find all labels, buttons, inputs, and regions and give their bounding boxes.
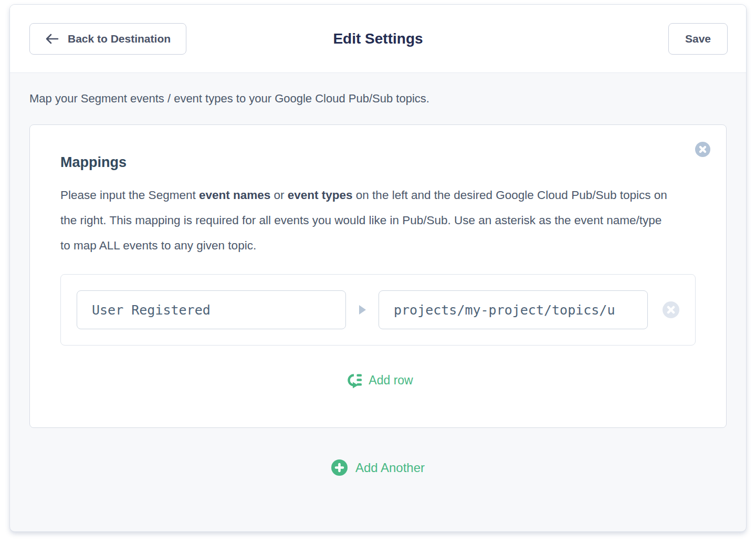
back-button[interactable]: Back to Destination xyxy=(29,23,186,55)
header: Back to Destination Edit Settings Save xyxy=(10,5,746,73)
close-icon xyxy=(663,301,679,318)
desc-bold: event types xyxy=(288,189,353,202)
card-title: Mappings xyxy=(60,154,696,171)
desc-part: Please input the Segment xyxy=(60,189,199,202)
card-description: Please input the Segment event names or … xyxy=(60,183,675,258)
desc-bold: event names xyxy=(199,189,270,202)
save-button[interactable]: Save xyxy=(668,23,728,55)
settings-body: Map your Segment events / event types to… xyxy=(10,73,746,531)
add-row-label: Add row xyxy=(369,373,413,388)
topic-input[interactable] xyxy=(379,290,648,329)
event-name-input[interactable] xyxy=(77,290,346,329)
insert-row-arrow-icon xyxy=(343,371,362,390)
remove-setting-button[interactable] xyxy=(695,142,710,157)
triangle-right-icon xyxy=(359,305,366,315)
arrow-left-icon xyxy=(45,33,59,45)
desc-part: or xyxy=(270,189,288,202)
page-title: Edit Settings xyxy=(333,30,423,47)
close-icon xyxy=(695,142,710,157)
back-button-label: Back to Destination xyxy=(68,33,171,45)
intro-text: Map your Segment events / event types to… xyxy=(29,92,727,106)
arrow-separator xyxy=(346,305,379,315)
add-row-button[interactable]: Add row xyxy=(60,371,696,390)
mapping-row xyxy=(60,274,696,346)
mappings-card: Mappings Please input the Segment event … xyxy=(29,124,727,428)
add-another-button[interactable]: Add Another xyxy=(29,459,727,476)
plus-circle-icon xyxy=(331,459,348,476)
add-another-label: Add Another xyxy=(355,461,425,475)
remove-row-button[interactable] xyxy=(663,301,679,318)
edit-settings-panel: Back to Destination Edit Settings Save M… xyxy=(9,4,747,532)
